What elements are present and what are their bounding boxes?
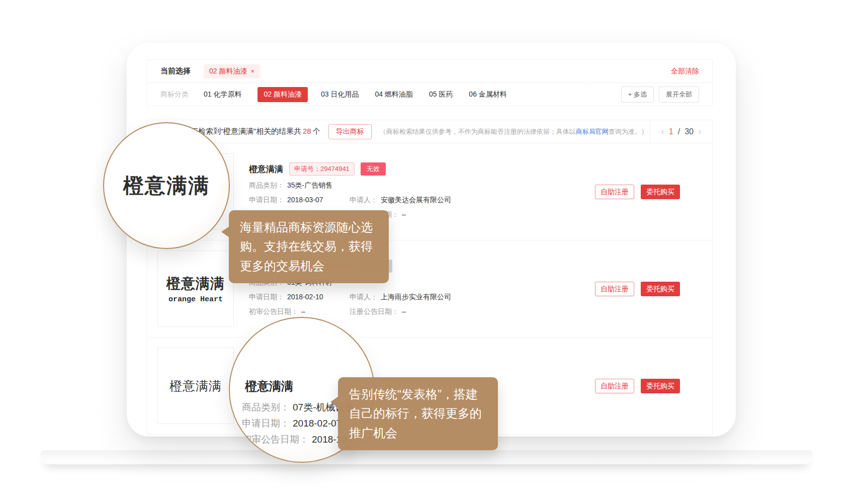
applicant-label: 申请人：	[350, 293, 378, 302]
page-current: 1	[669, 127, 673, 136]
magnified-first-trial-label: 初审公告日期：	[242, 434, 309, 445]
selected-filter-tag-label: 02 颜料油漆	[209, 67, 247, 76]
magnified-apply-date-label: 申请日期：	[242, 418, 290, 429]
entrust-buy-button[interactable]: 委托购买	[641, 282, 680, 296]
category-label: 商品类别：	[249, 181, 284, 190]
summary-suffix: 个	[313, 127, 320, 135]
trademark-image-text: 橙意满满	[166, 274, 225, 293]
reg-date-value: –	[402, 307, 406, 316]
entrust-buy-button[interactable]: 委托购买	[641, 185, 680, 199]
application-number-tag: 申请号：29474941	[289, 162, 355, 176]
multi-select-button[interactable]: + 多选	[621, 87, 654, 103]
apply-date-value: 2018-02-10	[287, 293, 323, 302]
trademark-office-link[interactable]: 商标局官网	[576, 128, 609, 135]
first-trial-value: –	[301, 307, 305, 316]
status-badge: 无效	[361, 162, 386, 176]
tooltip-marketplace: 海量精品商标资源随心选购。支持在线交易，获得更多的交易机会	[229, 210, 389, 283]
trademark-name: 橙意满满	[249, 163, 283, 175]
disclaimer-pre: （商标检索结果仅供参考，不作为商标能否注册的法律依据；具体以	[380, 128, 576, 135]
category-item-02-selected[interactable]: 02 颜料油漆	[258, 87, 307, 102]
selected-filter-tag[interactable]: 02 颜料油漆 ×	[204, 64, 260, 78]
laptop-base	[40, 450, 813, 464]
current-selection-label: 当前选择	[160, 66, 191, 76]
self-register-button[interactable]: 自助注册	[595, 185, 634, 199]
tooltip-marketplace-text: 海量精品商标资源随心选购。支持在线交易，获得更多的交易机会	[240, 220, 373, 273]
disclaimer-text: （商标检索结果仅供参考，不作为商标能否注册的法律依据；具体以商标局官网查询为准。…	[380, 127, 648, 136]
tooltip-promotion-text: 告别传统“发表格”，搭建自己的标行，获得更多的推广机会	[349, 387, 482, 440]
application-number-label: 申请号：	[294, 165, 320, 173]
entrust-buy-button[interactable]: 委托购买	[641, 379, 680, 393]
export-trademark-button[interactable]: 导出商标	[328, 124, 372, 139]
expand-all-button[interactable]: 展开全部	[659, 87, 699, 103]
row-actions: 自助注册 委托购买	[595, 143, 680, 240]
page-separator: /	[678, 127, 680, 136]
first-trial-label: 初审公告日期：	[249, 307, 298, 316]
tooltip-promotion: 告别传统“发表格”，搭建自己的标行，获得更多的推广机会	[338, 377, 498, 450]
category-item-05[interactable]: 05 医药	[429, 90, 453, 99]
category-item-04[interactable]: 04 燃料油脂	[375, 90, 412, 99]
results-header: 当前分类下检索到“橙意满满”相关的结果共28个 导出商标 （商标检索结果仅供参考…	[147, 120, 712, 143]
applicant-value: 上海雨步实业有限公司	[381, 293, 451, 302]
filter-panel: 当前选择 02 颜料油漆 × 全部清除 商标分类 01 化学原料 02 颜料油漆…	[147, 59, 713, 106]
category-item-06[interactable]: 06 金属材料	[469, 90, 506, 99]
summary-count: 28	[303, 127, 311, 135]
magnified-category-label: 商品类别：	[242, 402, 290, 412]
magnified-trademark-text: 橙意满满	[123, 172, 210, 200]
disclaimer-post: 查询为准。）	[609, 128, 648, 135]
apply-date-label: 申请日期：	[249, 196, 284, 205]
magnified-trademark-name: 橙意满满	[245, 378, 293, 394]
category-row-label: 商标分类	[160, 90, 189, 99]
magnified-apply-date-value: 2018-02-07	[293, 418, 342, 429]
self-register-button[interactable]: 自助注册	[595, 282, 634, 296]
current-selection-row: 当前选择 02 颜料油漆 × 全部清除	[147, 60, 712, 83]
reg-date-label: 注册公告日期：	[350, 307, 399, 316]
chevron-right-icon[interactable]: ›	[698, 126, 701, 137]
magnified-apply-date-line: 申请日期：2018-02-07	[242, 417, 342, 430]
filter-actions: + 多选 展开全部	[621, 87, 699, 103]
applicant-label: 申请人：	[350, 196, 378, 205]
screenshot-stage: 当前选择 02 颜料油漆 × 全部清除 商标分类 01 化学原料 02 颜料油漆…	[0, 0, 853, 504]
magnifier-circle-trademark: 橙意满满	[103, 122, 230, 249]
category-item-03[interactable]: 03 日化用品	[321, 90, 359, 99]
clear-all-button[interactable]: 全部清除	[671, 67, 699, 76]
category-item-01[interactable]: 01 化学原料	[204, 90, 241, 99]
application-number-value: 29474941	[320, 165, 350, 173]
row-actions: 自助注册 委托购买	[595, 338, 680, 434]
page-total: 30	[685, 127, 694, 136]
apply-date-label: 申请日期：	[249, 293, 284, 302]
apply-date-value: 2018-03-07	[287, 196, 323, 205]
reg-date-value: –	[402, 210, 406, 219]
close-icon[interactable]: ×	[250, 67, 254, 75]
pagination: ‹ 1 / 30 ›	[650, 120, 712, 143]
chevron-left-icon[interactable]: ‹	[661, 126, 664, 137]
trademark-image-subtext: orange Heart	[168, 295, 223, 304]
trademark-image: 橙意满满 orange Heart	[157, 250, 234, 327]
category-value: 35类-广告销售	[287, 181, 332, 190]
self-register-button[interactable]: 自助注册	[595, 379, 634, 393]
category-row: 商标分类 01 化学原料 02 颜料油漆 03 日化用品 04 燃料油脂 05 …	[147, 83, 712, 106]
trademark-image-text: 橙意满满	[169, 378, 222, 394]
row-actions: 自助注册 委托购买	[595, 240, 680, 337]
applicant-value: 安徽美达会展有限公司	[381, 196, 451, 205]
trademark-image: 橙意满满	[157, 348, 234, 424]
